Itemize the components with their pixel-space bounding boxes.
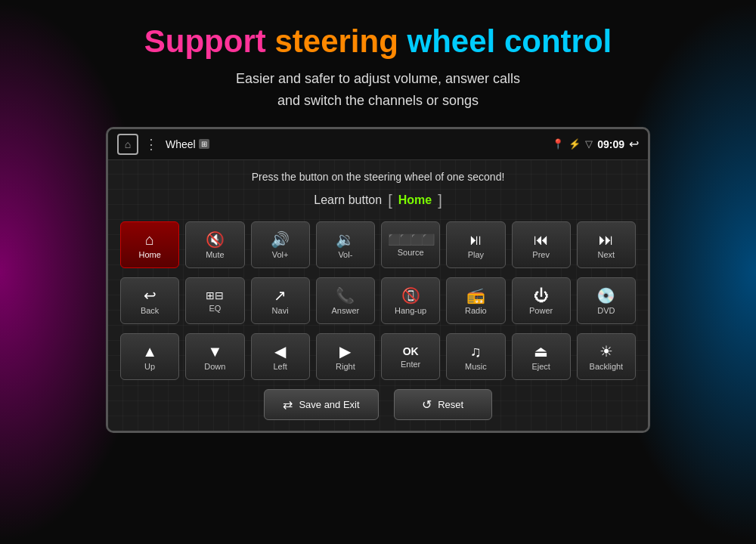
navi-label: Navi <box>272 306 289 315</box>
bluetooth-icon: ⚡ <box>569 138 581 150</box>
learn-label: Learn button <box>314 193 382 207</box>
back-button[interactable]: ↩ Back <box>120 277 179 324</box>
mute-label: Mute <box>206 250 224 259</box>
button-grid-row1: ⌂ Home 🔇 Mute 🔊 Vol+ 🔉 Vol- ⬛⬛⬛⬛ Source … <box>120 221 636 268</box>
status-bar-right: 📍 ⚡ ▽ 09:09 ↩ <box>552 137 639 151</box>
menu-dots-icon[interactable]: ⋮ <box>144 136 160 153</box>
home-icon: ⌂ <box>145 232 154 247</box>
location-icon: 📍 <box>552 138 564 150</box>
button-grid-row3: ▲ Up ▼ Down ◀ Left ▶ Right OK Enter ♫ Mu… <box>120 333 636 380</box>
left-icon: ◀ <box>274 344 286 359</box>
navi-icon: ↗ <box>274 288 287 303</box>
main-panel: Press the button on the steering wheel o… <box>108 160 648 431</box>
title-part2: steering <box>274 23 398 59</box>
backlight-label: Backlight <box>590 362 624 371</box>
right-button[interactable]: ▶ Right <box>316 333 375 380</box>
back-arrow-icon[interactable]: ↩ <box>629 137 639 151</box>
save-exit-icon: ⇄ <box>283 397 293 412</box>
dvd-label: DVD <box>597 306 615 315</box>
main-title: Support steering wheel control <box>0 23 756 60</box>
instruction-text: Press the button on the steering wheel o… <box>120 171 636 183</box>
right-icon: ▶ <box>339 344 351 359</box>
down-icon: ▼ <box>207 344 222 359</box>
learn-button-row: Learn button [ Home ] <box>120 192 636 209</box>
status-bar-left: ⌂ ⋮ Wheel ⊞ <box>117 134 209 155</box>
music-label: Music <box>465 362 487 371</box>
left-button[interactable]: ◀ Left <box>251 333 310 380</box>
title-part1: Support <box>144 23 266 59</box>
learn-value: Home <box>398 193 432 207</box>
hangup-button[interactable]: 📵 Hang-up <box>381 277 440 324</box>
next-icon: ⏭ <box>599 232 614 247</box>
navi-button[interactable]: ↗ Navi <box>251 277 310 324</box>
title-area: Support steering wheel control Easier an… <box>0 0 756 112</box>
home-label: Home <box>138 250 160 259</box>
up-button[interactable]: ▲ Up <box>120 333 179 380</box>
mute-button[interactable]: 🔇 Mute <box>185 221 244 268</box>
vol-minus-label: Vol- <box>338 250 352 259</box>
home-status-icon[interactable]: ⌂ <box>117 134 138 155</box>
backlight-button[interactable]: ☀ Backlight <box>577 333 636 380</box>
up-icon: ▲ <box>142 344 157 359</box>
play-button[interactable]: ⏯ Play <box>446 221 505 268</box>
vol-plus-label: Vol+ <box>272 250 289 259</box>
answer-label: Answer <box>332 306 360 315</box>
next-button[interactable]: ⏭ Next <box>577 221 636 268</box>
left-label: Left <box>273 362 287 371</box>
eq-button[interactable]: ⊞⊟ EQ <box>185 277 244 324</box>
music-icon: ♫ <box>470 344 482 359</box>
vol-minus-button[interactable]: 🔉 Vol- <box>316 221 375 268</box>
ok-icon: OK <box>403 346 419 357</box>
learn-bracket-open: [ <box>388 192 392 209</box>
vol-plus-button[interactable]: 🔊 Vol+ <box>251 221 310 268</box>
eject-label: Eject <box>531 362 550 371</box>
backlight-icon: ☀ <box>600 344 613 359</box>
wheel-icon: ⊞ <box>199 139 209 149</box>
eject-icon: ⏏ <box>534 344 548 359</box>
ok-enter-button[interactable]: OK Enter <box>381 333 440 380</box>
subtitle-line2: and switch the channels or songs <box>277 93 479 108</box>
down-button[interactable]: ▼ Down <box>185 333 244 380</box>
dvd-button[interactable]: 💿 DVD <box>577 277 636 324</box>
power-icon: ⏻ <box>534 288 549 303</box>
hangup-label: Hang-up <box>395 306 426 315</box>
music-button[interactable]: ♫ Music <box>446 333 505 380</box>
eq-icon: ⊞⊟ <box>206 290 224 301</box>
play-icon: ⏯ <box>468 232 483 247</box>
reset-icon: ↺ <box>422 397 432 412</box>
device-frame: ⌂ ⋮ Wheel ⊞ 📍 ⚡ ▽ 09:09 ↩ Press the butt… <box>106 127 650 433</box>
eject-button[interactable]: ⏏ Eject <box>512 333 571 380</box>
back-icon: ↩ <box>144 288 156 303</box>
answer-button[interactable]: 📞 Answer <box>316 277 375 324</box>
source-icon: ⬛⬛⬛⬛ <box>388 234 433 245</box>
down-label: Down <box>204 362 225 371</box>
action-row: ⇄ Save and Exit ↺ Reset <box>120 389 636 420</box>
source-label: Source <box>398 248 424 257</box>
time-display: 09:09 <box>597 138 624 150</box>
mute-icon: 🔇 <box>206 232 225 247</box>
up-label: Up <box>144 362 155 371</box>
ok-label: Enter <box>401 360 420 369</box>
radio-label: Radio <box>465 306 487 315</box>
prev-label: Prev <box>532 250 550 259</box>
button-grid-row2: ↩ Back ⊞⊟ EQ ↗ Navi 📞 Answer 📵 Hang-up 📻 <box>120 277 636 324</box>
home-button[interactable]: ⌂ Home <box>120 221 179 268</box>
source-button[interactable]: ⬛⬛⬛⬛ Source <box>381 221 440 268</box>
title-part4: wheel control <box>407 23 612 59</box>
save-exit-label: Save and Exit <box>299 399 359 410</box>
dvd-icon: 💿 <box>596 288 615 303</box>
answer-icon: 📞 <box>336 288 355 303</box>
reset-button[interactable]: ↺ Reset <box>394 389 492 420</box>
vol-plus-icon: 🔊 <box>271 232 290 247</box>
power-button[interactable]: ⏻ Power <box>512 277 571 324</box>
eq-label: EQ <box>209 304 221 313</box>
wheel-label: Wheel ⊞ <box>166 138 209 150</box>
save-exit-button[interactable]: ⇄ Save and Exit <box>264 389 378 420</box>
radio-button[interactable]: 📻 Radio <box>446 277 505 324</box>
subtitle: Easier and safer to adjust volume, answe… <box>0 68 756 112</box>
vol-minus-icon: 🔉 <box>336 232 355 247</box>
prev-icon: ⏮ <box>534 232 549 247</box>
prev-button[interactable]: ⏮ Prev <box>512 221 571 268</box>
hangup-icon: 📵 <box>401 288 420 303</box>
radio-icon: 📻 <box>466 288 485 303</box>
